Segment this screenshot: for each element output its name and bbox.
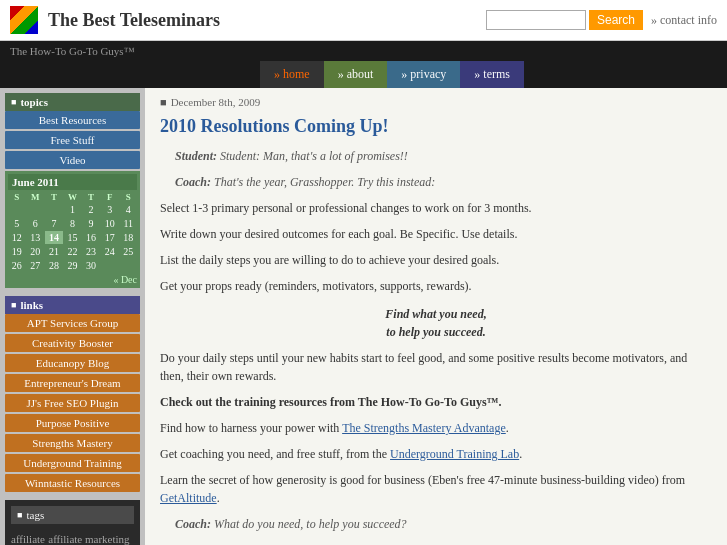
tag-affiliate[interactable]: affiliate (11, 533, 45, 545)
link-strengths[interactable]: The Strengths Mastery Advantage (342, 421, 506, 435)
body-p2: Write down your desired outcomes for eac… (160, 225, 712, 243)
site-title: The Best Teleseminars (48, 10, 220, 31)
main-layout: topics Best Resources Free Stuff Video J… (0, 88, 727, 545)
tag-affiliate-marketing[interactable]: affiliate marketing (48, 533, 129, 545)
sidebar-free-stuff[interactable]: Free Stuff (5, 131, 140, 149)
post-body: Student: Student: Man, that's a lot of p… (160, 147, 712, 545)
student-text1: Student: Man, that's a lot of promises!! (220, 149, 408, 163)
cal-d-4: 4 (119, 203, 137, 216)
cal-dh-s: S (8, 192, 26, 202)
cal-dh-w: W (64, 192, 82, 202)
contact-link[interactable]: » contact info (651, 13, 717, 28)
coach-text1: That's the year, Grasshopper. Try this i… (214, 175, 435, 189)
nav-privacy[interactable]: » privacy (387, 61, 460, 88)
sidebar-educanopy[interactable]: Educanopy Blog (5, 354, 140, 372)
highlight-text: Find what you need, to help you succeed. (160, 305, 712, 341)
body-p8: Get coaching you need, and free stuff, f… (160, 445, 712, 463)
body-p3: List the daily steps you are willing to … (160, 251, 712, 269)
cal-d-11: 11 (119, 217, 137, 230)
cal-d-17: 17 (101, 231, 119, 244)
sidebar-creativity[interactable]: Creativity Booster (5, 334, 140, 352)
tags-box: tags affiliate affiliate marketing affil… (5, 500, 140, 545)
highlight-line1: Find what you need, (385, 307, 486, 321)
cal-d-12: 12 (8, 231, 26, 244)
cal-dh-m: M (27, 192, 45, 202)
tags-header: tags (11, 506, 134, 524)
tags-content: affiliate affiliate marketing affiliate … (11, 529, 134, 545)
cal-d-9: 9 (82, 217, 100, 230)
cal-d-15: 15 (64, 231, 82, 244)
sidebar-purpose[interactable]: Purpose Positive (5, 414, 140, 432)
body-p7b: . (506, 421, 509, 435)
cal-d-1: 1 (64, 203, 82, 216)
cal-dh-t: T (45, 192, 63, 202)
sidebar-underground[interactable]: Underground Training (5, 454, 140, 472)
sidebar-winntastic[interactable]: Winntastic Resources (5, 474, 140, 492)
tagline: The How-To Go-To Guys™ (10, 45, 134, 57)
cal-d-28: 28 (45, 259, 63, 272)
body-p9: Learn the secret of how generosity is go… (160, 471, 712, 507)
body-p5: Do your daily steps until your new habit… (160, 349, 712, 385)
links-header: links (5, 296, 140, 314)
body-p8b: . (519, 447, 522, 461)
link-getaltitude[interactable]: GetAltitude (160, 491, 217, 505)
search-button[interactable]: Search (589, 10, 643, 30)
calendar-header: June 2011 (8, 174, 137, 190)
cal-d-empty2 (27, 203, 45, 216)
calendar-prev[interactable]: « Dec (8, 274, 137, 285)
topics-header: topics (5, 93, 140, 111)
cal-d-29: 29 (64, 259, 82, 272)
cal-d-20: 20 (27, 245, 45, 258)
cal-d-8: 8 (64, 217, 82, 230)
cal-d-23: 23 (82, 245, 100, 258)
cal-d-empty5 (119, 259, 137, 272)
body-p8-text: Get coaching you need, and free stuff, f… (160, 447, 387, 461)
cal-d-21: 21 (45, 245, 63, 258)
coach-quote1: Coach: That's the year, Grasshopper. Try… (175, 173, 712, 191)
sidebar-apt[interactable]: APT Services Group (5, 314, 140, 332)
search-input[interactable] (486, 10, 586, 30)
nav-about[interactable]: » about (324, 61, 388, 88)
student-label1: Student: (175, 149, 217, 163)
link-underground[interactable]: Underground Training Lab (390, 447, 519, 461)
cal-d-7: 7 (45, 217, 63, 230)
post-title: 2010 Resolutions Coming Up! (160, 116, 712, 137)
highlight-line2: to help you succeed. (386, 325, 485, 339)
content-area: December 8th, 2009 2010 Resolutions Comi… (145, 88, 727, 545)
body-p7-text: Find how to harness your power with (160, 421, 339, 435)
tagline-bar: The How-To Go-To Guys™ (0, 41, 727, 61)
cal-d-empty3 (45, 203, 63, 216)
body-p9b: . (217, 491, 220, 505)
body-p4: Get your props ready (reminders, motivat… (160, 277, 712, 295)
cal-d-22: 22 (64, 245, 82, 258)
coach-text2: What do you need, to help you succeed? (214, 517, 407, 531)
sidebar-entrepreneur[interactable]: Entrepreneur's Dream (5, 374, 140, 392)
sidebar-best-resources[interactable]: Best Resources (5, 111, 140, 129)
student-quote1: Student: Student: Man, that's a lot of p… (175, 147, 712, 165)
sidebar-strengths[interactable]: Strengths Mastery (5, 434, 140, 452)
search-wrap: Search » contact info (486, 10, 717, 30)
cal-d-5: 5 (8, 217, 26, 230)
cal-d-6: 6 (27, 217, 45, 230)
calendar-grid: S M T W T F S 1 2 3 4 5 6 (8, 192, 137, 272)
body-p9-text: Learn the secret of how generosity is go… (160, 473, 685, 487)
nav-home[interactable]: » home (260, 61, 324, 88)
links-box: links APT Services Group Creativity Boos… (5, 296, 140, 492)
body-p6: Check out the training resources from Th… (160, 393, 712, 411)
body-p1: Select 1-3 primary personal or professio… (160, 199, 712, 217)
cal-d-2: 2 (82, 203, 100, 216)
cal-d-3: 3 (101, 203, 119, 216)
cal-dh-t2: T (82, 192, 100, 202)
cal-d-18: 18 (119, 231, 137, 244)
cal-d-27: 27 (27, 259, 45, 272)
cal-d-19: 19 (8, 245, 26, 258)
cal-d-26: 26 (8, 259, 26, 272)
post-date: December 8th, 2009 (160, 96, 712, 108)
calendar-month: June 2011 (12, 176, 59, 188)
cal-d-empty4 (101, 259, 119, 272)
sidebar-video[interactable]: Video (5, 151, 140, 169)
cal-d-30: 30 (82, 259, 100, 272)
sidebar-jj-seo[interactable]: JJ's Free SEO Plugin (5, 394, 140, 412)
header: The Best Teleseminars Search » contact i… (0, 0, 727, 41)
nav-terms[interactable]: » terms (460, 61, 524, 88)
